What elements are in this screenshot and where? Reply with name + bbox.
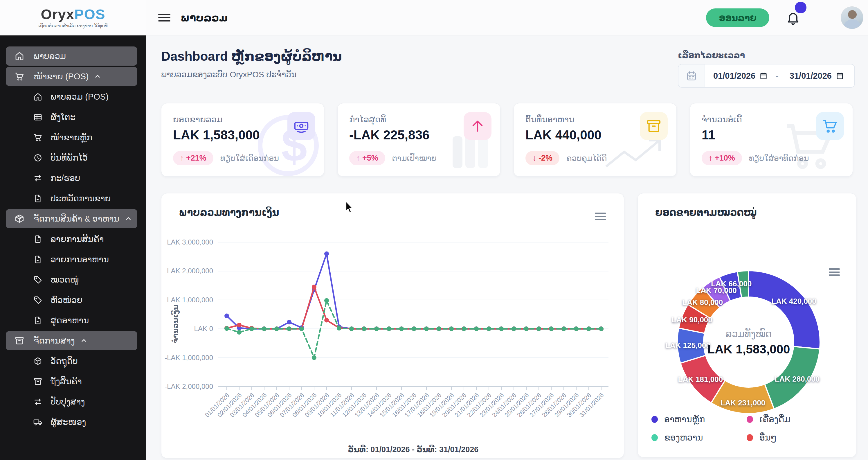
sidebar-item-4[interactable]: ຜັງໂຕະ [6, 108, 137, 127]
legend-item-4[interactable]: ອື່ນໆ [747, 432, 777, 442]
legend-label: ອື່ນໆ [760, 432, 777, 442]
sidebar-item-1[interactable]: ພາບລວມ [6, 47, 137, 66]
cart-icon [816, 112, 844, 140]
banknote-icon [287, 112, 315, 140]
sidebar-item-label: ຜັງໂຕະ [51, 112, 75, 122]
online-status-badge[interactable]: ອອນລາຍ [706, 8, 769, 27]
sidebar-item-18[interactable]: ປັບປຸງສາງ [6, 392, 137, 411]
tag-icon [33, 275, 42, 284]
sidebar-item-17[interactable]: ຖັງສິນຄ້າ [6, 372, 137, 391]
package-icon [14, 214, 24, 224]
y-axis-title: ຈຳນວນເງິນ [171, 305, 180, 343]
donut-center-label: ລວມທັງໝົດ [708, 328, 790, 339]
sidebar-item-label: ປັບປຸງສາງ [51, 397, 85, 406]
sidebar-item-3[interactable]: ພາບລວມ (POS) [6, 87, 137, 106]
svg-text:LAK 2,000,000: LAK 2,000,000 [167, 267, 213, 275]
svg-text:-LAK 2,000,000: -LAK 2,000,000 [164, 382, 213, 390]
sidebar-item-6[interactable]: ບິນທີ່ພັກໄວ້ [6, 148, 137, 167]
end-date-calendar-icon[interactable] [836, 72, 844, 80]
sidebar-item-2[interactable]: ໜ້າຂາຍ (POS) [6, 67, 137, 86]
finance-overview-card: ພາບລວມທາງການເງິນ LAK 3,000,000LAK 2,000,… [161, 193, 624, 458]
file-icon [33, 255, 42, 264]
brand-name-primary: Oryx [41, 6, 74, 22]
user-avatar[interactable] [841, 6, 863, 29]
stat-card-subtext: ຄວບຄຸມໄດ້ດີ [566, 154, 607, 163]
legend-dot-icon [651, 434, 658, 441]
sidebar-item-13[interactable]: ຫົວໜ່ວຍ [6, 290, 137, 310]
sidebar-item-19[interactable]: ຜູ້ສະໜອງ [6, 412, 137, 432]
file-icon [33, 194, 42, 203]
page-subtitle: ພາບລວມຂອງລະບົບ OryxPOS ປະຈຳວັນ [161, 70, 297, 79]
sidebar-item-14[interactable]: ສູດອາຫານ [6, 311, 137, 330]
start-date-input[interactable]: 01/01/2026 [705, 71, 773, 81]
svg-text:LAK 0: LAK 0 [194, 325, 213, 333]
start-date-calendar-icon[interactable] [760, 72, 768, 80]
finance-line-chart: LAK 3,000,000LAK 2,000,000LAK 1,000,000L… [161, 193, 624, 459]
donut-center-value: LAK 1,583,000 [708, 342, 790, 356]
notification-badge-dot [795, 2, 806, 13]
clock-icon [33, 153, 42, 162]
brand-logo[interactable]: OryxPOS ເຊື່ອມຕໍ່ຄວາມສຳເລັດ ຂອງທ່ານ ໄດ້ທ… [0, 0, 146, 35]
archive-icon [640, 112, 668, 140]
header-title: ພາບລວມ [181, 11, 228, 24]
sidebar-item-label: ປະຫວັດການຂາຍ [51, 193, 111, 203]
stat-card-label: ກຳໄລສຸດທິ [349, 115, 386, 124]
sidebar-item-label: ລາຍການອາຫານ [51, 254, 109, 264]
cart-icon [14, 71, 24, 81]
archive-icon [33, 377, 42, 386]
line-series-green [224, 298, 603, 360]
stat-card-4: ຈຳນວນອໍເດີ້11↑ +10%ທຽບໃສ່ອາທິດກ່ອນ [690, 103, 853, 177]
sidebar-item-16[interactable]: ວັດຖຸດິບ [6, 351, 137, 371]
sidebar-item-label: ວັດຖຸດິບ [51, 356, 78, 366]
stat-card-2: ກຳໄລສຸດທິ-LAK 225,836↑ +5%ຕາມເປົ້າໝາຍ [337, 103, 500, 177]
legend-item-3[interactable]: ຂອງຫວານ [651, 432, 703, 442]
brand-tagline: ເຊື່ອມຕໍ່ຄວາມສຳເລັດ ຂອງທ່ານ ໄດ້ທຸກທີ່ [38, 23, 107, 28]
page-title: Dashboard ຫຼັກຂອງຜູ້ບໍລິຫານ [161, 49, 342, 64]
sidebar-item-label: ຈັດການສິນຄ້າ & ອາຫານ [34, 214, 119, 224]
file-icon [33, 235, 42, 244]
top-header: OryxPOS ເຊື່ອມຕໍ່ຄວາມສຳເລັດ ຂອງທ່ານ ໄດ້ທ… [0, 0, 868, 35]
line-series-red [224, 285, 603, 331]
tag-icon [33, 296, 42, 305]
stat-card-1: $ຍອດຂາຍລວມLAK 1,583,000↑ +21%ທຽບໃສ່ເດືອນ… [161, 103, 324, 177]
sidebar-item-label: ພາບລວມ (POS) [51, 92, 108, 102]
stat-card-trend-badge: ↑ +21% [173, 151, 213, 165]
sidebar-item-9[interactable]: ຈັດການສິນຄ້າ & ອາຫານ [6, 209, 137, 228]
legend-dot-icon [747, 434, 753, 441]
stat-card-value: 11 [702, 128, 715, 142]
sidebar-toggle-icon[interactable] [158, 12, 171, 24]
sidebar-item-label: ພາບລວມ [34, 51, 66, 61]
online-status-label: ອອນລາຍ [719, 13, 756, 23]
sidebar-item-label: ກະ/ຮອບ [51, 173, 80, 183]
legend-label: ເຄື່ອງດື່ມ [760, 414, 790, 424]
swap-icon [33, 397, 42, 406]
chevron-up-icon [125, 215, 132, 222]
sidebar-item-12[interactable]: ໝວດໝູ່ [6, 270, 137, 289]
sidebar-item-label: ຫົວໜ່ວຍ [51, 295, 83, 305]
cart-icon [33, 133, 42, 142]
donut-center-total: ລວມທັງໝົດ LAK 1,583,000 [708, 328, 790, 356]
brand-name: OryxPOS [41, 7, 105, 22]
sidebar-item-5[interactable]: ໜ້າຂາຍຫຼັກ [6, 128, 137, 147]
legend-item-1[interactable]: ອາຫານຫຼັກ [651, 414, 705, 424]
sidebar-item-label: ຈັດການສາງ [34, 336, 75, 345]
stat-card-trend-badge: ↓ -2% [525, 151, 559, 165]
line-series-blue [224, 251, 603, 331]
legend-item-2[interactable]: ເຄື່ອງດື່ມ [747, 414, 790, 424]
stat-card-label: ຕົ້ນທຶນອາຫານ [525, 115, 574, 124]
stat-card-subtext: ຕາມເປົ້າໝາຍ [392, 154, 437, 163]
sidebar-item-15[interactable]: ຈັດການສາງ [6, 331, 137, 350]
sidebar-item-10[interactable]: ລາຍການສິນຄ້າ [6, 229, 137, 249]
stat-card-3: ຕົ້ນທຶນອາຫານLAK 440,000↓ -2%ຄວບຄຸມໄດ້ດີ [514, 103, 677, 177]
end-date-input[interactable]: 31/01/2026 [781, 71, 849, 81]
legend-dot-icon [747, 416, 753, 423]
sidebar-item-label: ລາຍການສິນຄ້າ [51, 234, 104, 244]
oryxpos-dashboard: OryxPOS ເຊື່ອມຕໍ່ຄວາມສຳເລັດ ຂອງທ່ານ ໄດ້ທ… [0, 0, 868, 460]
sidebar-item-7[interactable]: ກະ/ຮອບ [6, 168, 137, 188]
date-range-picker[interactable]: 01/01/2026 - 31/01/2026 [678, 64, 855, 88]
sidebar-item-11[interactable]: ລາຍການອາຫານ [6, 250, 137, 269]
home-icon [14, 51, 24, 61]
sidebar-item-label: ຜູ້ສະໜອງ [51, 417, 86, 427]
sidebar-item-8[interactable]: ປະຫວັດການຂາຍ [6, 189, 137, 208]
sidebar-item-label: ຖັງສິນຄ້າ [51, 376, 82, 386]
